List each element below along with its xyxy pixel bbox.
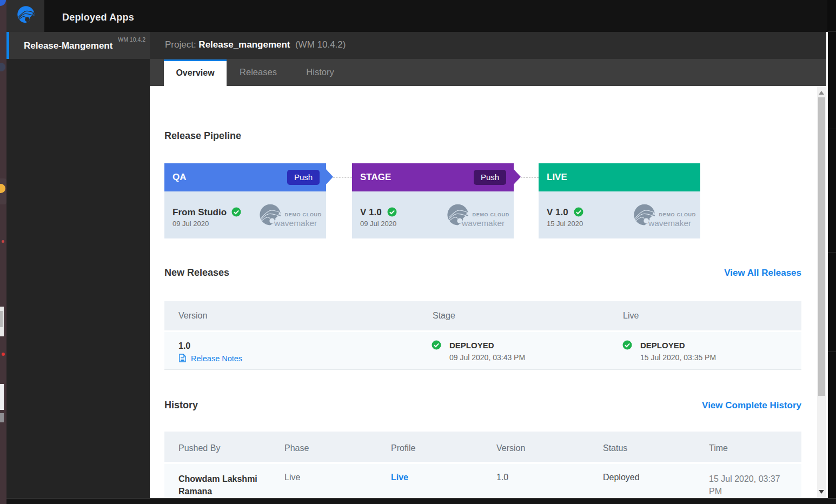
svg-text:wavemaker: wavemaker [461, 218, 505, 228]
svg-text:wavemaker: wavemaker [648, 218, 691, 228]
svg-text:DEMO CLOUD: DEMO CLOUD [473, 212, 510, 217]
svg-text:DEMO CLOUD: DEMO CLOUD [285, 212, 322, 217]
svg-text:wavemaker: wavemaker [274, 218, 317, 228]
svg-text:DEMO CLOUD: DEMO CLOUD [659, 212, 696, 217]
